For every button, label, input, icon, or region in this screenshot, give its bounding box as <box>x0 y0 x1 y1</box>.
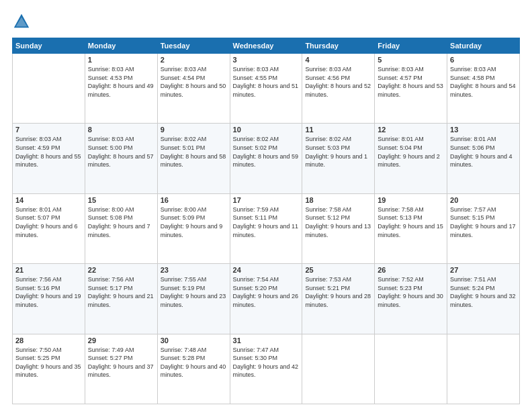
calendar-cell: 3Sunrise: 8:03 AMSunset: 4:55 PMDaylight… <box>230 54 302 124</box>
day-info: Sunrise: 7:47 AMSunset: 5:30 PMDaylight:… <box>233 346 300 379</box>
calendar-cell: 8Sunrise: 8:03 AMSunset: 5:00 PMDaylight… <box>85 124 157 193</box>
day-number: 22 <box>88 266 154 274</box>
week-row-4: 21Sunrise: 7:56 AMSunset: 5:16 PMDayligh… <box>13 264 520 334</box>
day-info: Sunrise: 8:03 AMSunset: 4:55 PMDaylight:… <box>233 65 300 99</box>
day-info: Sunrise: 8:02 AMSunset: 5:02 PMDaylight:… <box>233 135 300 169</box>
logo-icon <box>12 12 31 31</box>
day-info: Sunrise: 8:01 AMSunset: 5:04 PMDaylight:… <box>378 135 444 169</box>
day-info: Sunrise: 8:03 AMSunset: 4:57 PMDaylight:… <box>378 65 444 99</box>
calendar-cell <box>447 334 520 404</box>
calendar-cell: 16Sunrise: 8:00 AMSunset: 5:09 PMDayligh… <box>157 193 230 263</box>
weekday-header-sunday: Sunday <box>13 38 85 54</box>
day-info: Sunrise: 8:03 AMSunset: 4:59 PMDaylight:… <box>15 135 82 169</box>
day-info: Sunrise: 8:02 AMSunset: 5:03 PMDaylight:… <box>305 135 371 169</box>
calendar-cell: 4Sunrise: 8:03 AMSunset: 4:56 PMDaylight… <box>302 54 375 124</box>
calendar-cell: 7Sunrise: 8:03 AMSunset: 4:59 PMDaylight… <box>13 124 85 193</box>
day-number: 10 <box>233 126 300 134</box>
day-info: Sunrise: 8:03 AMSunset: 4:54 PMDaylight:… <box>161 65 227 99</box>
calendar-cell: 5Sunrise: 8:03 AMSunset: 4:57 PMDaylight… <box>375 54 447 124</box>
day-info: Sunrise: 8:00 AMSunset: 5:08 PMDaylight:… <box>88 205 154 239</box>
day-info: Sunrise: 8:02 AMSunset: 5:01 PMDaylight:… <box>161 135 227 169</box>
calendar-cell <box>13 54 85 124</box>
logo <box>12 12 32 31</box>
day-number: 27 <box>450 266 517 274</box>
day-info: Sunrise: 7:50 AMSunset: 5:25 PMDaylight:… <box>15 346 82 379</box>
day-info: Sunrise: 7:51 AMSunset: 5:24 PMDaylight:… <box>450 275 517 309</box>
calendar-cell: 10Sunrise: 8:02 AMSunset: 5:02 PMDayligh… <box>230 124 302 193</box>
day-number: 18 <box>305 196 371 204</box>
calendar-cell: 27Sunrise: 7:51 AMSunset: 5:24 PMDayligh… <box>447 264 520 334</box>
day-number: 28 <box>15 336 82 345</box>
day-number: 25 <box>305 266 371 274</box>
day-info: Sunrise: 8:03 AMSunset: 4:53 PMDaylight:… <box>88 65 154 99</box>
day-number: 21 <box>15 266 82 274</box>
calendar-cell: 22Sunrise: 7:56 AMSunset: 5:17 PMDayligh… <box>85 264 157 334</box>
day-number: 12 <box>378 126 444 134</box>
day-number: 4 <box>305 56 371 64</box>
day-info: Sunrise: 8:03 AMSunset: 4:58 PMDaylight:… <box>450 65 517 99</box>
week-row-2: 7Sunrise: 8:03 AMSunset: 4:59 PMDaylight… <box>13 124 520 193</box>
day-number: 30 <box>161 336 227 345</box>
day-info: Sunrise: 7:57 AMSunset: 5:15 PMDaylight:… <box>450 205 517 239</box>
calendar-cell: 26Sunrise: 7:52 AMSunset: 5:23 PMDayligh… <box>375 264 447 334</box>
calendar-cell: 19Sunrise: 7:58 AMSunset: 5:13 PMDayligh… <box>375 193 447 263</box>
calendar-cell: 12Sunrise: 8:01 AMSunset: 5:04 PMDayligh… <box>375 124 447 193</box>
day-number: 5 <box>378 56 444 64</box>
calendar-cell: 20Sunrise: 7:57 AMSunset: 5:15 PMDayligh… <box>447 193 520 263</box>
week-row-5: 28Sunrise: 7:50 AMSunset: 5:25 PMDayligh… <box>13 334 520 404</box>
calendar-cell: 30Sunrise: 7:48 AMSunset: 5:28 PMDayligh… <box>157 334 230 404</box>
day-info: Sunrise: 8:01 AMSunset: 5:07 PMDaylight:… <box>15 205 82 239</box>
weekday-header-row: SundayMondayTuesdayWednesdayThursdayFrid… <box>13 38 520 54</box>
weekday-header-wednesday: Wednesday <box>230 38 302 54</box>
weekday-header-tuesday: Tuesday <box>157 38 230 54</box>
calendar-cell: 15Sunrise: 8:00 AMSunset: 5:08 PMDayligh… <box>85 193 157 263</box>
calendar-cell: 11Sunrise: 8:02 AMSunset: 5:03 PMDayligh… <box>302 124 375 193</box>
calendar-cell: 25Sunrise: 7:53 AMSunset: 5:21 PMDayligh… <box>302 264 375 334</box>
page: SundayMondayTuesdayWednesdayThursdayFrid… <box>0 0 532 411</box>
week-row-1: 1Sunrise: 8:03 AMSunset: 4:53 PMDaylight… <box>13 54 520 124</box>
day-info: Sunrise: 7:58 AMSunset: 5:13 PMDaylight:… <box>378 205 444 239</box>
day-number: 2 <box>161 56 227 64</box>
day-number: 13 <box>450 126 517 134</box>
day-number: 24 <box>233 266 300 274</box>
day-info: Sunrise: 8:00 AMSunset: 5:09 PMDaylight:… <box>161 205 227 239</box>
calendar-cell: 24Sunrise: 7:54 AMSunset: 5:20 PMDayligh… <box>230 264 302 334</box>
header <box>12 12 520 31</box>
day-info: Sunrise: 7:59 AMSunset: 5:11 PMDaylight:… <box>233 205 300 239</box>
calendar-cell: 6Sunrise: 8:03 AMSunset: 4:58 PMDaylight… <box>447 54 520 124</box>
day-number: 31 <box>233 336 300 345</box>
day-number: 17 <box>233 196 300 204</box>
day-info: Sunrise: 7:49 AMSunset: 5:27 PMDaylight:… <box>88 346 154 379</box>
weekday-header-saturday: Saturday <box>447 38 520 54</box>
day-number: 16 <box>161 196 227 204</box>
calendar-cell: 13Sunrise: 8:01 AMSunset: 5:06 PMDayligh… <box>447 124 520 193</box>
day-info: Sunrise: 7:53 AMSunset: 5:21 PMDaylight:… <box>305 275 371 309</box>
calendar-cell <box>375 334 447 404</box>
day-number: 8 <box>88 126 154 134</box>
day-info: Sunrise: 8:03 AMSunset: 4:56 PMDaylight:… <box>305 65 371 99</box>
day-info: Sunrise: 7:54 AMSunset: 5:20 PMDaylight:… <box>233 275 300 309</box>
day-info: Sunrise: 8:01 AMSunset: 5:06 PMDaylight:… <box>450 135 517 169</box>
calendar-cell <box>302 334 375 404</box>
day-info: Sunrise: 7:56 AMSunset: 5:16 PMDaylight:… <box>15 275 82 309</box>
calendar-cell: 9Sunrise: 8:02 AMSunset: 5:01 PMDaylight… <box>157 124 230 193</box>
weekday-header-friday: Friday <box>375 38 447 54</box>
calendar-cell: 21Sunrise: 7:56 AMSunset: 5:16 PMDayligh… <box>13 264 85 334</box>
day-number: 20 <box>450 196 517 204</box>
calendar-cell: 29Sunrise: 7:49 AMSunset: 5:27 PMDayligh… <box>85 334 157 404</box>
day-number: 26 <box>378 266 444 274</box>
day-number: 6 <box>450 56 517 64</box>
calendar-cell: 31Sunrise: 7:47 AMSunset: 5:30 PMDayligh… <box>230 334 302 404</box>
day-info: Sunrise: 7:55 AMSunset: 5:19 PMDaylight:… <box>161 275 227 309</box>
day-number: 7 <box>15 126 82 134</box>
calendar-cell: 2Sunrise: 8:03 AMSunset: 4:54 PMDaylight… <box>157 54 230 124</box>
day-number: 19 <box>378 196 444 204</box>
calendar-cell: 17Sunrise: 7:59 AMSunset: 5:11 PMDayligh… <box>230 193 302 263</box>
week-row-3: 14Sunrise: 8:01 AMSunset: 5:07 PMDayligh… <box>13 193 520 263</box>
calendar-cell: 14Sunrise: 8:01 AMSunset: 5:07 PMDayligh… <box>13 193 85 263</box>
day-number: 14 <box>15 196 82 204</box>
day-number: 15 <box>88 196 154 204</box>
day-number: 9 <box>161 126 227 134</box>
day-info: Sunrise: 7:52 AMSunset: 5:23 PMDaylight:… <box>378 275 444 309</box>
day-number: 11 <box>305 126 371 134</box>
